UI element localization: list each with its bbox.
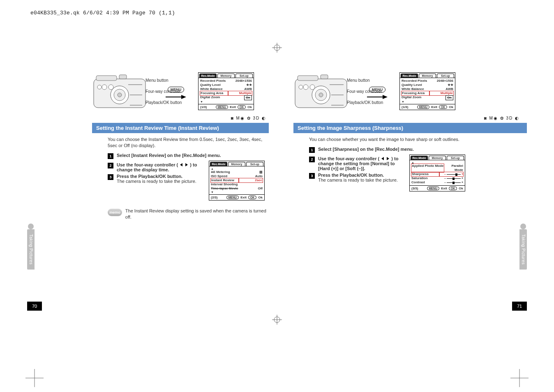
section-tab-label: Taking Pictures <box>521 234 526 265</box>
menu-row-key: Sharpness <box>411 172 439 176</box>
mode-icons-strip: ◙ M◉ ✿ 3D ◐ <box>285 113 527 122</box>
step-number: 1 <box>309 147 315 153</box>
menu-row-value: Multiple <box>228 91 252 95</box>
menu-row: Digital ZoomOn <box>402 95 453 100</box>
menu-screen-1: Rec.ModeMemorySet-upRecorded Pixels2048×… <box>399 72 455 110</box>
menu-row: Instant Review2sec <box>211 178 263 182</box>
svg-point-14 <box>97 85 102 89</box>
menu-row: White BalanceAWB <box>402 87 453 91</box>
svg-rect-19 <box>298 76 318 81</box>
crop-mark <box>25 369 44 388</box>
menu-row-key: Focusing Area <box>402 91 429 95</box>
memo-text: The Instant Review display setting is sa… <box>125 208 269 220</box>
menu-row-key: Digital Zoom <box>402 95 429 100</box>
steps-with-screen: 2 Use the four-way controller ( ) to cha… <box>309 154 465 191</box>
menu-tab: Set-up <box>246 162 263 166</box>
menu-tab: Rec.Mode <box>210 162 227 166</box>
menu-row-value: AWB <box>429 87 453 91</box>
menu-row: Digital ZoomOn <box>200 95 252 100</box>
menu-row-value: –+ <box>439 176 463 180</box>
menu-row-key: Time-lapse Movie <box>211 187 238 191</box>
menu-button-pill: MENU <box>216 105 229 109</box>
section-heading: Setting the Instant Review Time (Instant… <box>92 123 269 133</box>
menu-tab: Rec.Mode <box>401 74 418 78</box>
triangle-left-icon <box>381 157 384 160</box>
menu-button-pill: MENU <box>427 187 440 190</box>
step-heading: Select [Instant Review] on the [Rec.Mode… <box>117 153 265 158</box>
menu-row-key: White Balance <box>402 87 429 91</box>
section-tab-label: Taking Pictures <box>29 234 33 265</box>
menu-row-value: 2048×1536 <box>429 79 453 83</box>
section-heading: Setting the Image Sharpness (Sharpness) <box>293 123 527 133</box>
up-arrow-icon: ▲ <box>411 161 463 164</box>
prepress-header: e04KB335_33e.qk 6/6/02 4:39 PM Page 70 (… <box>30 10 175 16</box>
menu-row: Recorded Pixels2048×1536 <box>200 79 252 83</box>
menu-row-key: Contrast <box>411 180 439 184</box>
svg-point-24 <box>303 85 308 90</box>
menu-tab: Memory <box>217 74 235 78</box>
menu-tab: Set-up <box>437 74 454 78</box>
camera-illustration: Menu button Four-way controller Playback… <box>293 72 355 113</box>
step-number: 3 <box>108 174 113 180</box>
menu-badge: MENU <box>168 87 185 92</box>
menu-page-indicator: (3/3) <box>411 187 418 190</box>
menu-row-key: Interval Shooting <box>211 182 238 187</box>
menu-row: Recorded Pixels2048×1536 <box>402 79 453 83</box>
steps-with-screen: 2 Use the four-way controller ( ) to cha… <box>108 161 265 201</box>
step-body: The camera is ready to take the picture. <box>318 178 406 182</box>
arrow-right-icon <box>166 95 186 99</box>
exit-label: Exit <box>441 187 447 190</box>
menu-row-value: On <box>227 95 252 100</box>
menu-row: Sharpness–+ <box>411 172 463 176</box>
exit-label: Exit <box>240 196 247 199</box>
ok-button-pill: OK <box>439 105 448 109</box>
section-tab: Taking Pictures <box>27 229 35 270</box>
page-number: 71 <box>512 302 527 311</box>
menu-row-value: Parallel Mode <box>444 164 463 172</box>
page-number: 70 <box>27 302 42 311</box>
menu-tab: Set-up <box>447 156 464 160</box>
menu-row-key: Focusing Area <box>200 91 228 95</box>
step: 2 Use the four-way controller ( ) to cha… <box>309 156 406 171</box>
menu-footer: (3/3)MENUExitOKOk <box>410 185 465 191</box>
step-heading: Press the Playback/OK button. <box>318 173 406 178</box>
menu-tab: Rec.Mode <box>199 74 217 78</box>
menu-row-value: AWB <box>227 87 252 91</box>
tab-dot-icon <box>28 224 34 229</box>
body-column: You can choose whether you want the imag… <box>309 136 527 191</box>
menu-row-key: Digital Zoom <box>200 95 227 100</box>
menu-footer: (1/3)MENUExitOKOk <box>199 104 254 110</box>
menu-row-key: Recorded Pixels <box>200 79 227 83</box>
menu-row-key: Quality Level <box>402 83 429 87</box>
menu-screen-2: Rec.ModeMemorySet-up▲Applied Photo ModeP… <box>409 154 465 191</box>
menu-button-pill: MENU <box>226 196 239 199</box>
svg-point-23 <box>319 93 323 97</box>
menu-footer: (2/3)MENUExitOKOk <box>209 194 264 200</box>
menu-tab: Memory <box>228 162 245 166</box>
menu-screen-1: Rec.ModeMemorySet-upRecorded Pixels2048×… <box>198 72 254 110</box>
svg-point-12 <box>102 85 107 90</box>
intro-text: You can choose the Instant Review time f… <box>108 136 265 149</box>
menu-tab: Set-up <box>235 74 253 78</box>
registration-mark-top <box>272 43 282 53</box>
step: 2 Use the four-way controller ( ) to cha… <box>108 162 205 172</box>
step: 1 Select [Sharpness] on the [Rec.Mode] m… <box>309 147 465 153</box>
menu-row-value: ★★ <box>227 83 252 87</box>
menu-row-value: –+ <box>439 180 463 184</box>
menu-row: Focusing AreaMultiple <box>402 91 453 95</box>
registration-mark-bottom <box>272 315 282 325</box>
steps-list: 1 Select [Sharpness] on the [Rec.Mode] m… <box>309 147 465 191</box>
exit-label: Exit <box>230 105 236 109</box>
menu-row-value: ★★ <box>429 83 453 87</box>
menu-row-key: Recorded Pixels <box>402 79 429 83</box>
illustration-row: Menu button Four-way controller Playback… <box>27 72 269 113</box>
menu-row-value: Multiple <box>429 91 453 95</box>
intro-text: You can choose whether you want the imag… <box>309 136 465 143</box>
menu-row: Time-lapse MovieOff <box>211 187 263 191</box>
step-heading: Use the four-way controller ( ) to chang… <box>318 156 406 171</box>
menu-row-value: Auto <box>238 174 263 178</box>
svg-rect-8 <box>119 75 127 79</box>
step-heading-prefix: Use the four-way controller ( <box>318 156 379 161</box>
menu-tab: Memory <box>429 156 446 160</box>
menu-row: Applied Photo ModeParallel Mode <box>411 164 463 172</box>
